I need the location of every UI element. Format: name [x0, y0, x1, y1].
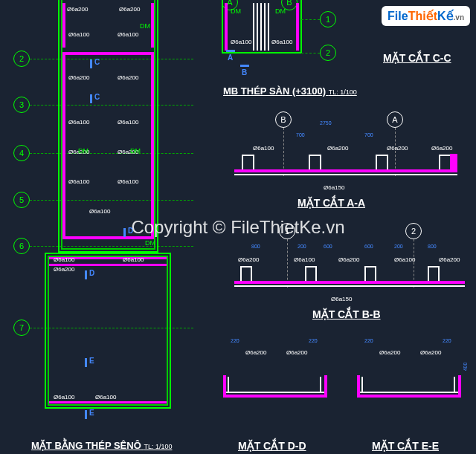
rebar-v4: [151, 52, 154, 239]
ee-barr: [454, 377, 455, 393]
lbl-d6-100-3: Ø6a100: [68, 119, 89, 126]
mark-c-top: C: [94, 58, 100, 66]
san-lbl2: Ø6a100: [271, 39, 292, 45]
dd-lbl-2: Ø6a200: [286, 349, 307, 356]
bb-up2t: [305, 266, 317, 267]
lbl-d6-100-4: Ø6a100: [118, 119, 138, 126]
ee-l: [357, 375, 360, 398]
bb-grid-2: 2: [405, 223, 422, 239]
bb-up3t: [364, 266, 376, 267]
seno-inner: [48, 256, 168, 406]
aa-grid-b: B: [275, 111, 292, 128]
t-mb-san-scale: TL: 1/100: [329, 88, 357, 96]
lbl-d6-100-7: Ø6a100: [89, 208, 110, 215]
dd-lbl-1: Ø6a200: [245, 349, 266, 356]
mark-e-top: E: [89, 357, 94, 365]
aa-up2t: [309, 155, 321, 156]
ee-lbl-2: Ø6a200: [420, 349, 441, 356]
gl-1: [301, 19, 320, 20]
grid-bubble-3: 3: [13, 97, 30, 113]
grid-1-top: 1: [320, 11, 336, 27]
title-dd: MẶT CẮT D-D: [238, 440, 306, 452]
bb-up4: [428, 267, 429, 281]
aa-up3: [376, 156, 377, 169]
aa-d2750: 2750: [320, 120, 332, 126]
aa-up1b: [253, 156, 254, 169]
san-a: A: [228, 53, 233, 62]
title-bb: MẶT CẮT B-B: [312, 308, 381, 320]
bb-d800-2: 800: [428, 244, 437, 249]
title-seno: MẶT BẰNG THÉP SÊNÔ TL: 1/100: [31, 440, 172, 451]
lbl-d6-100-9: Ø6a100: [123, 256, 144, 263]
aa-lbl-2: Ø6a200: [327, 145, 348, 152]
bb-lbl-6: Ø6a150: [331, 296, 352, 302]
bb-d600-1: 600: [324, 244, 332, 249]
mark-e-label2: E: [89, 409, 94, 417]
bb-slab: [234, 281, 465, 284]
section-aa-body: [234, 149, 457, 178]
ee-lbl-1: Ø6a200: [379, 349, 400, 356]
mark-e-bot: E: [89, 409, 94, 417]
san-lbl1: Ø6a100: [231, 39, 251, 45]
grid-bubble-5: 5: [13, 192, 30, 208]
grid-2-top: 2: [320, 45, 336, 61]
san-mark-a: A: [228, 53, 233, 62]
dd-d220-1: 220: [231, 338, 239, 343]
cut-line: [123, 228, 126, 237]
t-mb-san: MB THÉP SÀN (+3100): [223, 85, 326, 97]
san-mark-b: B: [242, 68, 247, 77]
aa-up3t: [376, 155, 388, 156]
san-hatch: [253, 3, 269, 51]
dd-barr: [320, 377, 321, 393]
lbl-d6-100-2: Ø6a100: [118, 31, 138, 38]
dm-1: DM: [140, 22, 150, 30]
lbl-d6-100-1: Ø6a100: [68, 31, 89, 38]
bb-lbl-4: Ø6a100: [394, 256, 415, 263]
dd-r: [324, 375, 327, 398]
ee-base: [357, 395, 461, 398]
cut-line: [85, 410, 87, 419]
aa-up3b: [387, 156, 388, 169]
aa-d700-2: 700: [364, 132, 373, 137]
logo-part1: File: [387, 10, 408, 22]
cut-line: [85, 270, 87, 279]
bb-up3b: [375, 267, 376, 281]
grid-bubble-6: 6: [13, 238, 30, 254]
aa-edge: [450, 154, 457, 172]
title-cc: MẶT CẮT C-C: [383, 52, 451, 64]
lbl-d6-200-3: Ø6a200: [68, 74, 89, 81]
logo-part2: Thiết: [408, 10, 437, 22]
lbl-d6-100-11: Ø6a100: [95, 394, 116, 401]
bb-up2b: [315, 267, 317, 281]
mark-d-bot: D: [89, 269, 94, 277]
title-aa: MẶT CẮT A-A: [298, 197, 365, 209]
watermark-text: Copyright © FileThietKe.vn: [131, 217, 344, 238]
aa-lbl-3: Ø6a200: [387, 145, 408, 152]
dd-barl: [228, 377, 229, 393]
ee-d220-2: 220: [443, 338, 451, 343]
logo-tld: .vn: [454, 13, 464, 22]
aa-up1t: [242, 155, 254, 156]
lbl-d6-200-1: Ø6a200: [67, 6, 88, 13]
lbl-d6-200-7: Ø6a200: [54, 266, 74, 273]
ee-d400: 400: [463, 363, 468, 372]
bb-d800-1: 800: [251, 244, 260, 249]
aa-slab-bot: [234, 174, 457, 175]
aa-up1: [242, 156, 243, 169]
t-seno: MẶT BẰNG THÉP SÊNÔ: [31, 440, 141, 451]
dd-l: [223, 375, 226, 398]
dm-4: DM: [145, 239, 155, 247]
mark-c-label2: C: [94, 93, 100, 101]
bb-lbl-1: Ø6a200: [238, 256, 259, 263]
aa-lbl-5: Ø6a150: [324, 184, 344, 191]
t-seno-scale: TL: 1/100: [144, 443, 172, 450]
aa-lbl-4: Ø6a200: [431, 145, 452, 152]
grid-bubble-2: 2: [13, 51, 30, 67]
cut-line: [90, 59, 92, 68]
bb-lbl-2: Ø6a100: [294, 256, 315, 263]
grid-bubble-4: 4: [13, 145, 30, 161]
lbl-d6-200-2: Ø6a200: [119, 6, 140, 13]
aa-slab: [234, 169, 457, 172]
title-ee: MẶT CẮT E-E: [372, 440, 439, 452]
san-dm1: DM: [231, 7, 241, 15]
